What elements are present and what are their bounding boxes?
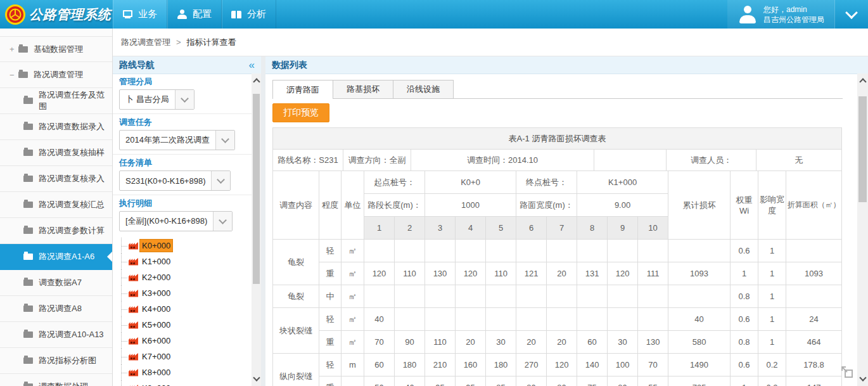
filter-label: 任务清单 <box>113 155 252 170</box>
tree-item[interactable]: K4+000 <box>121 301 252 317</box>
section-value-cell: 120 <box>456 262 486 285</box>
folder-icon <box>23 280 33 286</box>
cumulative-cell: 580 <box>668 331 731 354</box>
tree-item[interactable]: K0+000 <box>121 238 252 254</box>
chevron-down-icon[interactable] <box>213 212 232 231</box>
sidebar-item-review-sampling[interactable]: 路况调查复核抽样 <box>0 140 112 166</box>
scroll-down-icon[interactable] <box>253 374 260 381</box>
section-value-cell <box>638 240 668 262</box>
section-value-cell: 20 <box>456 331 486 354</box>
tree-item[interactable]: K9+000 <box>121 380 252 386</box>
sidebar-item-param-calc[interactable]: 路况调查参数计算 <box>0 218 112 244</box>
expander-icon[interactable]: + <box>10 44 18 54</box>
cumulative-cell: 1093 <box>668 262 731 285</box>
breadcrumb: 路况调查管理 > 指标计算查看 <box>113 29 868 56</box>
sidebar-item-survey-a8[interactable]: 路况调查A8 <box>0 296 112 322</box>
scroll-down-icon[interactable] <box>859 374 866 381</box>
chevron-down-icon[interactable] <box>175 90 194 109</box>
sidebar-item-survey-task-scope[interactable]: 路况调查任务及范围 <box>0 88 112 114</box>
folder-icon <box>18 72 28 78</box>
section-col-header: 3 <box>425 217 456 240</box>
monitor-icon <box>122 10 133 20</box>
section-value-cell <box>456 240 486 262</box>
section-value-cell: 100 <box>608 354 638 376</box>
weight-cell: 0.6 <box>731 240 758 262</box>
tree-item[interactable]: K2+000 <box>121 269 252 285</box>
app-title: 公路管理系统 <box>29 6 111 23</box>
nav-panel-title: 路线导航 <box>119 60 155 71</box>
top-nav-config[interactable]: 配置 <box>167 0 222 29</box>
section-value-cell <box>395 240 425 262</box>
chevron-down-icon[interactable] <box>211 171 230 190</box>
tab-asphalt[interactable]: 沥青路面 <box>272 80 333 99</box>
sidebar-item-review-entry[interactable]: 路况调查复核录入 <box>0 166 112 192</box>
expander-icon[interactable]: − <box>10 70 18 80</box>
unit-cell: m <box>341 354 364 376</box>
filter-select-1[interactable]: 2014年第二次路况调查 <box>119 130 235 150</box>
damage-type-cell: 纵向裂缝 <box>273 354 319 386</box>
tree-item[interactable]: K3+000 <box>121 285 252 301</box>
weight-cell: 0.6 <box>731 308 758 331</box>
sidebar-item-indicator-chart[interactable]: 路况指标分析图 <box>0 348 112 374</box>
damage-survey-table: 调查内容 程度 单位 起点桩号： K0+0 终点桩号： K1+000 累计损坏 … <box>272 170 842 386</box>
sidebar-item-survey-data-entry[interactable]: 路况调查数据录入 <box>0 114 112 140</box>
section-value-cell: 60 <box>364 354 395 376</box>
tree-item[interactable]: K7+000 <box>121 349 252 364</box>
top-nav: 业务配置分析 <box>113 0 276 29</box>
section-value-cell: 111 <box>638 262 668 285</box>
folder-icon <box>23 176 33 182</box>
degree-cell: 中 <box>319 285 341 308</box>
tab-facilities[interactable]: 沿线设施 <box>393 80 454 98</box>
section-col-header: 6 <box>516 217 547 240</box>
milestone-tree: K0+000K1+000K2+000K3+000K4+000K5+000K6+0… <box>121 238 252 386</box>
tree-item[interactable]: K6+000 <box>121 333 252 349</box>
top-nav-business[interactable]: 业务 <box>113 0 167 29</box>
user-area[interactable]: 您好，admin 昌吉州公路管理局 <box>727 0 834 29</box>
header-degree: 程度 <box>319 171 341 240</box>
user-menu-toggle[interactable] <box>834 0 868 29</box>
sidebar-item-data-processing[interactable]: 调查数据处理 <box>0 374 112 386</box>
section-col-header: 5 <box>486 217 516 240</box>
sidebar-item-survey-a1-a6[interactable]: 路况调查A1-A6 <box>0 244 112 270</box>
sidebar-item-review-summary[interactable]: 路况调查复核汇总 <box>0 192 112 218</box>
filter-select-2[interactable]: S231(K0+0-K16+898) <box>119 170 231 191</box>
nav-scrollbar-thumb[interactable] <box>253 94 260 284</box>
area-cell: 147 <box>786 376 842 386</box>
section-value-cell: 20 <box>547 331 577 354</box>
sidebar-item-survey-data-a7[interactable]: 调查数据A7 <box>0 270 112 296</box>
sidebar-item-label: 基础数据管理 <box>34 44 83 55</box>
breadcrumb-current: 指标计算查看 <box>187 37 236 48</box>
tab-roadbed[interactable]: 路基损坏 <box>333 80 393 98</box>
data-scrollbar[interactable] <box>857 74 868 386</box>
top-nav-analysis[interactable]: 分析 <box>222 0 276 29</box>
section-value-cell: 210 <box>425 354 456 376</box>
scroll-up-icon[interactable] <box>859 78 866 85</box>
person-icon <box>177 10 188 20</box>
survey-info-table: 表A-1 沥青路面损坏调查表 路线名称：S231调查方向：全副调查时间：2014… <box>272 127 842 171</box>
tree-item[interactable]: K8+000 <box>121 364 252 380</box>
scroll-up-icon[interactable] <box>253 78 260 85</box>
section-value-cell <box>577 240 608 262</box>
breadcrumb-parent[interactable]: 路况调查管理 <box>121 37 170 48</box>
folder-icon <box>23 98 33 104</box>
sidebar-item-base-data[interactable]: +基础数据管理 <box>0 36 112 62</box>
nav-scrollbar[interactable] <box>252 74 261 386</box>
chevron-down-icon[interactable] <box>215 131 234 150</box>
filter-select-0[interactable]: 卜 昌吉分局 <box>119 89 195 110</box>
table-title: 表A-1 沥青路面损坏调查表 <box>273 128 842 150</box>
sidebar: +基础数据管理−路况调查管理路况调查任务及范围路况调查数据录入路况调查复核抽样路… <box>0 29 113 386</box>
sidebar-item-survey-a10-a13[interactable]: 路况调查A10-A13 <box>0 322 112 348</box>
filter-select-3[interactable]: [全副](K0+0-K16+898) <box>119 211 233 231</box>
section-value-cell <box>364 240 395 262</box>
unit-cell: ㎡ <box>341 308 364 331</box>
sidebar-item-label: 路况指标分析图 <box>39 355 96 366</box>
expand-icon[interactable] <box>839 364 855 380</box>
tree-item[interactable]: K1+000 <box>121 254 252 269</box>
tree-item[interactable]: K5+000 <box>121 317 252 333</box>
sidebar-item-survey-mgmt[interactable]: −路况调查管理 <box>0 62 112 88</box>
collapse-panel-icon[interactable]: « <box>249 60 255 70</box>
section-value-cell: 110 <box>486 262 516 285</box>
print-preview-button[interactable]: 打印预览 <box>272 103 329 122</box>
data-scrollbar-thumb[interactable] <box>858 96 867 202</box>
header-cumulative: 累计损坏 <box>668 171 731 240</box>
